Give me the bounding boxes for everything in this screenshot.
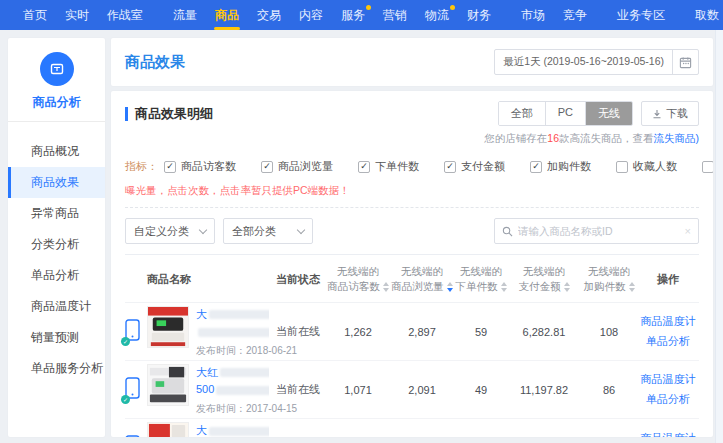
pc-only-warning: 曝光量，点击次数，点击率暂只提供PC端数据！ [125, 184, 699, 198]
thermometer-link[interactable]: 商品温度计 [637, 312, 699, 332]
metric-checkbox-payment[interactable]: 支付金额 [444, 159, 505, 174]
search-icon [502, 226, 513, 237]
redacted-text [198, 328, 269, 337]
custom-category-select[interactable]: 自定义分类 [125, 218, 215, 244]
sidebar-item-category-analysis[interactable]: 分类分析 [8, 229, 105, 260]
metric-checkbox-cart-adds[interactable]: 加购件数 [530, 159, 591, 174]
calendar-icon[interactable] [672, 50, 698, 74]
metric-checkbox-views[interactable]: 商品浏览量 [261, 159, 333, 174]
download-icon [652, 109, 662, 119]
product-image[interactable] [147, 422, 189, 437]
nav-data-fetch[interactable]: 取数 [686, 0, 723, 30]
table-row: ✓ 大kg 家电子计 发布时间：2017-07-15 当前在线 168 459 … [125, 419, 699, 437]
single-analysis-link[interactable]: 单品分析 [637, 332, 699, 352]
views-value: 2,897 [389, 326, 455, 338]
cart-adds-value: 86 [581, 384, 637, 396]
sidebar-item-product-thermometer[interactable]: 商品温度计 [8, 291, 105, 322]
nav-finance[interactable]: 财务 [458, 0, 500, 30]
col-action: 操作 [637, 272, 699, 287]
sidebar-item-sales-forecast[interactable]: 销量预测 [8, 322, 105, 353]
thermometer-link[interactable]: 商品温度计 [637, 370, 699, 390]
loss-products-link[interactable]: 流失商品) [654, 132, 700, 144]
single-analysis-link[interactable]: 单品分析 [637, 390, 699, 410]
publish-date: 发布时间：2017-04-15 [196, 402, 269, 416]
nav-products[interactable]: 商品 [206, 0, 248, 30]
scrollbar[interactable] [715, 30, 723, 443]
redacted-text [220, 368, 269, 377]
nav-business-zone[interactable]: 业务专区 [608, 0, 674, 30]
sort-icon[interactable] [383, 282, 389, 292]
sidebar-header: 商品分析 [8, 38, 105, 136]
nav-service[interactable]: 服务 [332, 0, 374, 30]
product-name-link[interactable] [196, 323, 269, 340]
payment-value: 6,282.81 [507, 326, 581, 338]
redacted-text [209, 310, 269, 319]
table-row: ✓ 大红标准 500 发布时间：2017-04-15 当前在线 1,071 2,… [125, 361, 699, 419]
product-name-link[interactable]: 500 [196, 381, 269, 398]
terminal-tabs: 全部 PC 无线 [498, 101, 633, 126]
publish-date: 发布时间：2018-06-21 [196, 344, 269, 358]
col-payment[interactable]: 无线端的 支付金额 [507, 264, 581, 294]
metric-checkbox-avg-stay[interactable]: 平均停留时长 [702, 159, 713, 174]
product-image[interactable] [147, 364, 189, 406]
nav-marketing[interactable]: 营销 [374, 0, 416, 30]
views-value: 2,091 [389, 384, 455, 396]
sidebar-item-product-effect[interactable]: 商品效果 [8, 167, 105, 198]
product-search-box: × [494, 218, 699, 244]
sort-icon-active-desc[interactable] [447, 282, 453, 292]
col-cart-adds[interactable]: 无线端的 加购件数 [581, 264, 637, 294]
filter-row: 自定义分类 全部分类 × [125, 218, 699, 244]
product-name-link[interactable]: 大小 [196, 306, 269, 323]
nav-trade[interactable]: 交易 [248, 0, 290, 30]
nav-content[interactable]: 内容 [290, 0, 332, 30]
nav-realtime[interactable]: 实时 [56, 0, 98, 30]
nav-competition[interactable]: 竞争 [554, 0, 596, 30]
mobile-device-icon: ✓ [125, 327, 140, 344]
nav-logistics[interactable]: 物流 [416, 0, 458, 30]
page-header: 商品效果 最近1天 (2019-05-16~2019-05-16) [111, 38, 713, 86]
notification-dot [450, 5, 455, 10]
sidebar-item-single-product-service[interactable]: 单品服务分析 [8, 353, 105, 384]
checkbox-checked-icon [444, 161, 456, 173]
product-image[interactable] [147, 306, 189, 348]
page-title: 商品效果 [125, 53, 185, 72]
checkbox-checked-icon [358, 161, 370, 173]
search-input[interactable] [518, 225, 680, 237]
clear-search-icon[interactable]: × [685, 225, 691, 237]
col-status: 当前状态 [269, 272, 327, 287]
all-category-select[interactable]: 全部分类 [223, 218, 313, 244]
date-range-picker[interactable]: 最近1天 (2019-05-16~2019-05-16) [494, 49, 699, 75]
nav-traffic[interactable]: 流量 [164, 0, 206, 30]
product-effect-detail-card: 商品效果明细 全部 PC 无线 下载 您的店铺存在16款高流失商品，查看流失商品… [111, 91, 713, 437]
section-title: 商品效果明细 [125, 107, 213, 121]
nav-home[interactable]: 首页 [14, 0, 56, 30]
sidebar-item-abnormal-products[interactable]: 异常商品 [8, 198, 105, 229]
metric-checkbox-orders[interactable]: 下单件数 [358, 159, 419, 174]
sidebar-item-single-product-analysis[interactable]: 单品分析 [8, 260, 105, 291]
sort-icon[interactable] [501, 282, 507, 292]
sidebar-item-product-overview[interactable]: 商品概况 [8, 136, 105, 167]
tab-pc[interactable]: PC [546, 102, 586, 125]
metric-checkbox-favorites[interactable]: 收藏人数 [616, 159, 677, 174]
product-name-link[interactable]: 大红标准 [196, 364, 269, 381]
main-content: 商品效果 最近1天 (2019-05-16~2019-05-16) 商品效果明细… [111, 38, 713, 437]
orders-value: 49 [455, 384, 507, 396]
col-views[interactable]: 无线端的 商品浏览量 [389, 264, 455, 294]
visitors-value: 1,262 [327, 326, 389, 338]
nav-war-room[interactable]: 作战室 [98, 0, 152, 30]
thermometer-link[interactable]: 商品温度计 [637, 429, 699, 437]
col-orders[interactable]: 无线端的 下单件数 [455, 264, 507, 294]
checkbox-checked-icon [164, 161, 176, 173]
nav-market[interactable]: 市场 [512, 0, 554, 30]
sort-icon[interactable] [564, 282, 570, 292]
download-button[interactable]: 下载 [641, 101, 699, 126]
product-name-link[interactable]: 大kg [196, 422, 269, 437]
metric-checkbox-visitors[interactable]: 商品访客数 [164, 159, 236, 174]
sort-icon[interactable] [629, 282, 635, 292]
tab-all[interactable]: 全部 [499, 102, 546, 125]
check-badge-icon: ✓ [121, 395, 130, 404]
col-visitors[interactable]: 无线端的 商品访客数 [327, 264, 389, 294]
tab-wireless[interactable]: 无线 [586, 102, 632, 125]
redacted-text [209, 427, 269, 436]
checkbox-unchecked-icon [702, 161, 713, 173]
